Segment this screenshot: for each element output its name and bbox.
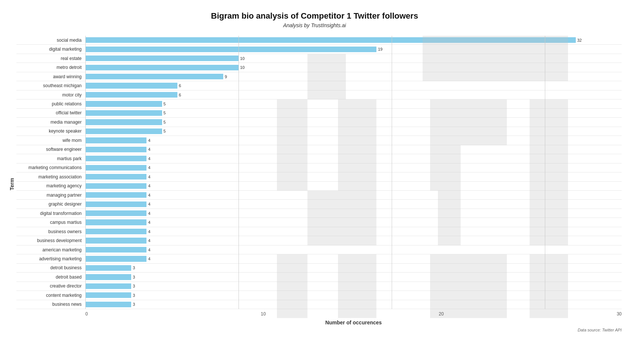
bar-value: 4 bbox=[148, 165, 150, 170]
bar-track: 10 bbox=[85, 63, 622, 72]
bar-track: 4 bbox=[85, 245, 622, 254]
bar-fill bbox=[85, 256, 146, 261]
bars-section: social media32digital marketing19real es… bbox=[16, 36, 622, 309]
bar-track: 5 bbox=[85, 118, 622, 126]
y-axis-label: Term bbox=[7, 36, 16, 332]
bar-value: 32 bbox=[577, 38, 582, 42]
bar-row: digital marketing19 bbox=[16, 45, 622, 54]
x-axis-labels: 0102030 bbox=[85, 311, 622, 317]
bar-track: 4 bbox=[85, 182, 622, 190]
bar-value: 6 bbox=[179, 83, 181, 88]
bar-label: martius park bbox=[16, 156, 85, 161]
bar-fill bbox=[85, 238, 146, 243]
bar-fill bbox=[85, 74, 223, 79]
bar-row: content marketing3 bbox=[16, 291, 622, 300]
bar-label: graphic designer bbox=[16, 201, 85, 207]
bar-value: 3 bbox=[133, 275, 135, 279]
bar-track: 4 bbox=[85, 236, 622, 245]
bar-fill bbox=[85, 83, 177, 88]
bar-fill bbox=[85, 283, 131, 289]
bar-row: martius park4 bbox=[16, 154, 622, 163]
bar-value: 5 bbox=[164, 102, 166, 106]
bar-label: digital transformation bbox=[16, 211, 85, 216]
bar-value: 4 bbox=[148, 175, 150, 179]
bar-label: business news bbox=[16, 302, 85, 307]
bar-fill bbox=[85, 174, 146, 180]
bar-track: 10 bbox=[85, 54, 622, 63]
bar-label: campus martius bbox=[16, 220, 85, 225]
bar-value: 4 bbox=[148, 238, 150, 243]
bar-row: detroit business3 bbox=[16, 264, 622, 273]
bar-fill bbox=[85, 119, 162, 125]
bar-value: 5 bbox=[164, 111, 166, 115]
x-axis-tick: 30 bbox=[617, 311, 622, 317]
bar-value: 4 bbox=[148, 211, 150, 216]
bar-row: social media32 bbox=[16, 36, 622, 45]
bar-row: marketing agency4 bbox=[16, 182, 622, 191]
bar-label: american marketing bbox=[16, 247, 85, 253]
chart-subtitle: Analysis by TrustInsights.ai bbox=[7, 22, 622, 28]
bar-value: 6 bbox=[179, 93, 181, 97]
bar-row: creative director3 bbox=[16, 282, 622, 291]
bar-track: 9 bbox=[85, 72, 622, 81]
bar-track: 4 bbox=[85, 163, 622, 172]
bar-fill bbox=[85, 292, 131, 298]
bar-track: 4 bbox=[85, 254, 622, 263]
bar-row: business owners4 bbox=[16, 227, 622, 236]
bar-fill bbox=[85, 47, 376, 52]
data-source-label: Data source: Twitter API bbox=[16, 328, 622, 332]
bar-label: detroit business bbox=[16, 265, 85, 270]
bar-label: managing partner bbox=[16, 193, 85, 198]
bar-row: software engineer4 bbox=[16, 145, 622, 154]
bar-value: 4 bbox=[148, 184, 150, 188]
bar-fill bbox=[85, 55, 239, 61]
bar-row: keynote speaker5 bbox=[16, 127, 622, 136]
bar-value: 3 bbox=[133, 266, 135, 270]
bar-label: metro detroit bbox=[16, 65, 85, 70]
chart-inner: social media32digital marketing19real es… bbox=[16, 36, 622, 332]
x-axis-tick: 20 bbox=[439, 311, 443, 317]
bar-track: 5 bbox=[85, 127, 622, 136]
bar-fill bbox=[85, 219, 146, 225]
bar-fill bbox=[85, 101, 162, 107]
bar-row: marketing association4 bbox=[16, 172, 622, 181]
bar-fill bbox=[85, 247, 146, 253]
bar-fill bbox=[85, 229, 146, 234]
bar-fill bbox=[85, 137, 146, 143]
bar-value: 10 bbox=[240, 56, 244, 61]
bar-label: keynote speaker bbox=[16, 128, 85, 134]
bar-value: 4 bbox=[148, 248, 150, 252]
bar-fill bbox=[85, 110, 162, 116]
bar-label: marketing communications bbox=[16, 165, 85, 170]
bar-track: 3 bbox=[85, 282, 622, 290]
bar-track: 4 bbox=[85, 145, 622, 154]
bar-fill bbox=[85, 192, 146, 198]
bar-label: public relations bbox=[16, 101, 85, 107]
chart-container: Bigram bio analysis of Competitor 1 Twit… bbox=[0, 0, 644, 362]
chart-title: Bigram bio analysis of Competitor 1 Twit… bbox=[7, 11, 622, 21]
bar-label: wife mom bbox=[16, 138, 85, 143]
bar-row: official twitter5 bbox=[16, 109, 622, 118]
bar-track: 4 bbox=[85, 200, 622, 208]
bar-label: award winning bbox=[16, 74, 85, 79]
bar-label: detroit based bbox=[16, 274, 85, 280]
bar-fill bbox=[85, 201, 146, 207]
bar-track: 3 bbox=[85, 291, 622, 299]
bar-label: business owners bbox=[16, 229, 85, 234]
bar-row: metro detroit10 bbox=[16, 63, 622, 72]
bar-fill bbox=[85, 156, 146, 161]
bar-label: official twitter bbox=[16, 110, 85, 115]
x-axis-area: 0102030 bbox=[16, 311, 622, 317]
bar-track: 5 bbox=[85, 109, 622, 117]
bar-row: detroit based3 bbox=[16, 273, 622, 282]
bar-row: marketing communications4 bbox=[16, 163, 622, 172]
bar-row: graphic designer4 bbox=[16, 200, 622, 209]
bar-track: 4 bbox=[85, 154, 622, 163]
bar-value: 4 bbox=[148, 156, 150, 161]
bar-fill bbox=[85, 65, 239, 70]
bar-value: 10 bbox=[240, 65, 244, 70]
bar-track: 19 bbox=[85, 45, 622, 53]
bar-label: advertising marketing bbox=[16, 256, 85, 261]
bar-fill bbox=[85, 302, 131, 307]
bar-value: 4 bbox=[148, 257, 150, 261]
